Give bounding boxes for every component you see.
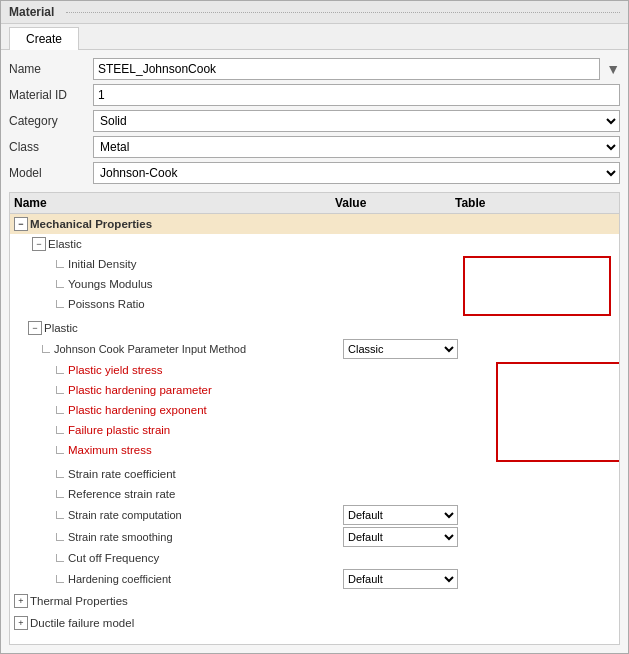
col-name: Name [14, 196, 335, 210]
leaf-plastic-yield-stress[interactable]: Plastic yield stress [10, 360, 492, 380]
tab-create[interactable]: Create [9, 27, 79, 50]
tree-header: Name Value Table [10, 193, 619, 214]
leaf-plastic-hardening-param[interactable]: Plastic hardening parameter [10, 380, 492, 400]
class-row: Class Metal [9, 136, 620, 158]
window-title: Material [9, 5, 54, 19]
jc-method-select[interactable]: Classic [343, 339, 458, 359]
expand-plastic-icon[interactable]: − [28, 321, 42, 335]
title-bar-decoration [66, 12, 620, 13]
section-thermal[interactable]: + Thermal Properties [10, 590, 619, 612]
expand-elastic-icon[interactable]: − [32, 237, 46, 251]
tab-bar: Create [1, 24, 628, 50]
ductile-label: Ductile failure model [30, 617, 134, 629]
leaf-strain-rate-computation[interactable]: Strain rate computation Default [10, 504, 619, 526]
elastic-value-box[interactable] [463, 256, 611, 316]
form-area: Name ▼ Material ID Category Solid Class … [1, 50, 628, 192]
material-window: Material Create Name ▼ Material ID Categ… [0, 0, 629, 654]
leaf-hardening-coefficient[interactable]: Hardening coefficient Default [10, 568, 619, 590]
class-select[interactable]: Metal [93, 136, 620, 158]
material-id-row: Material ID [9, 84, 620, 106]
leaf-youngs-modulus[interactable]: Youngs Modulus [10, 274, 459, 294]
expand-thermal-icon[interactable]: + [14, 594, 28, 608]
strain-rate-computation-select[interactable]: Default [343, 505, 458, 525]
class-label: Class [9, 140, 89, 154]
leaf-strain-rate-coeff[interactable]: Strain rate coefficient [10, 464, 619, 484]
section-ductile[interactable]: + Ductile failure model [10, 612, 619, 634]
thermal-label: Thermal Properties [30, 595, 128, 607]
category-label: Category [9, 114, 89, 128]
col-value: Value [335, 196, 455, 210]
expand-ductile-icon[interactable]: + [14, 616, 28, 630]
category-select[interactable]: Solid [93, 110, 620, 132]
category-row: Category Solid [9, 110, 620, 132]
expand-mechanical-icon[interactable]: − [14, 217, 28, 231]
model-select[interactable]: Johnson-Cook [93, 162, 620, 184]
leaf-strain-rate-smoothing[interactable]: Strain rate smoothing Default [10, 526, 619, 548]
section-elastic[interactable]: − Elastic [10, 234, 619, 254]
elastic-value-box-area [459, 254, 619, 318]
plastic-label: Plastic [44, 322, 78, 334]
title-bar: Material [1, 1, 628, 24]
elastic-children-area: Initial Density Youngs Modulus [10, 254, 619, 318]
leaf-jc-input-method[interactable]: Johnson Cook Parameter Input Method Clas… [10, 338, 619, 360]
strain-rate-smoothing-select[interactable]: Default [343, 527, 458, 547]
plastic-children-area: Plastic yield stress Plastic hardening p… [10, 360, 619, 464]
section-mechanical[interactable]: − Mechanical Properties [10, 214, 619, 234]
leaf-initial-density[interactable]: Initial Density [10, 254, 459, 274]
properties-tree: Name Value Table − Mechanical Properties… [9, 192, 620, 645]
hardening-coeff-select[interactable]: Default [343, 569, 458, 589]
elastic-label: Elastic [48, 238, 82, 250]
model-label: Model [9, 166, 89, 180]
leaf-poissons-ratio[interactable]: Poissons Ratio [10, 294, 459, 314]
leaf-ref-strain-rate[interactable]: Reference strain rate [10, 484, 619, 504]
leaf-cutoff-frequency[interactable]: Cut off Frequency [10, 548, 619, 568]
leaf-maximum-stress[interactable]: Maximum stress [10, 440, 492, 460]
leaf-plastic-hardening-exp[interactable]: Plastic hardening exponent [10, 400, 492, 420]
name-input[interactable] [93, 58, 600, 80]
mechanical-label: Mechanical Properties [30, 218, 152, 230]
plastic-value-box-area [492, 360, 620, 464]
name-label: Name [9, 62, 89, 76]
model-row: Model Johnson-Cook [9, 162, 620, 184]
name-row: Name ▼ [9, 58, 620, 80]
material-id-label: Material ID [9, 88, 89, 102]
section-plastic[interactable]: − Plastic [10, 318, 619, 338]
material-id-input[interactable] [93, 84, 620, 106]
name-dropdown-icon[interactable]: ▼ [606, 61, 620, 77]
plastic-value-box[interactable] [496, 362, 620, 462]
col-table: Table [455, 196, 615, 210]
leaf-failure-plastic-strain[interactable]: Failure plastic strain [10, 420, 492, 440]
